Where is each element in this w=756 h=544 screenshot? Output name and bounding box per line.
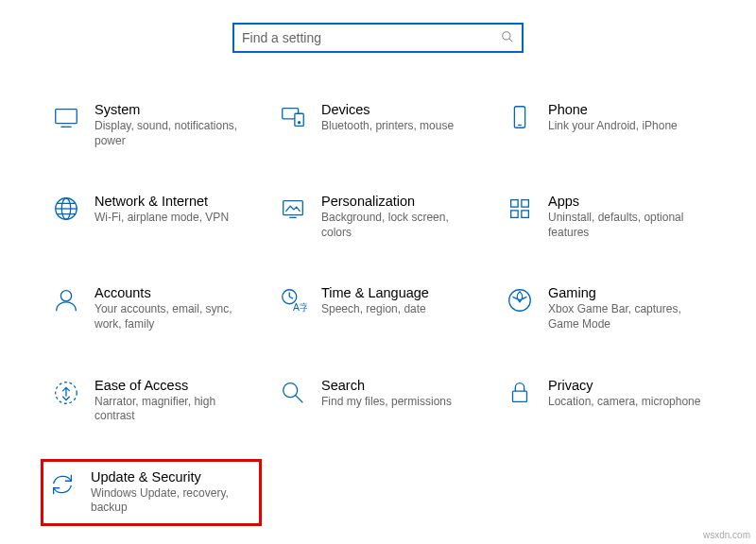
tile-privacy[interactable]: Privacy Location, camera, microphone bbox=[501, 374, 709, 428]
apps-icon bbox=[505, 194, 535, 224]
tile-desc: Xbox Game Bar, captures, Game Mode bbox=[548, 302, 705, 332]
tile-title: Search bbox=[321, 378, 478, 393]
tile-desc: Background, lock screen, colors bbox=[321, 211, 478, 240]
tile-title: Devices bbox=[321, 102, 478, 117]
tile-ease-of-access[interactable]: Ease of Access Narrator, magnifier, high… bbox=[47, 374, 255, 428]
privacy-icon bbox=[505, 378, 535, 408]
tile-devices[interactable]: Devices Bluetooth, printers, mouse bbox=[274, 98, 482, 152]
svg-line-23 bbox=[289, 298, 293, 299]
tile-accounts[interactable]: Accounts Your accounts, email, sync, wor… bbox=[47, 281, 255, 335]
search-category-icon bbox=[278, 378, 308, 408]
tile-title: System bbox=[94, 102, 251, 117]
tile-title: Phone bbox=[548, 102, 705, 117]
tile-title: Apps bbox=[548, 194, 705, 209]
tile-system[interactable]: System Display, sound, notifications, po… bbox=[47, 98, 255, 152]
tile-title: Time & Language bbox=[321, 285, 478, 300]
tile-desc: Bluetooth, printers, mouse bbox=[321, 119, 478, 134]
tile-personalization[interactable]: Personalization Background, lock screen,… bbox=[274, 190, 482, 244]
svg-point-6 bbox=[299, 122, 301, 124]
ease-of-access-icon bbox=[51, 378, 81, 408]
accounts-icon bbox=[51, 285, 81, 315]
network-icon bbox=[51, 194, 81, 224]
tile-desc: Wi-Fi, airplane mode, VPN bbox=[94, 211, 251, 226]
tile-search[interactable]: Search Find my files, permissions bbox=[274, 374, 482, 428]
settings-grid: System Display, sound, notifications, po… bbox=[47, 98, 709, 519]
svg-rect-14 bbox=[284, 201, 303, 215]
svg-rect-19 bbox=[522, 211, 529, 218]
tile-desc: Display, sound, notifications, power bbox=[94, 119, 251, 148]
time-language-icon: A字 bbox=[278, 285, 308, 315]
tile-title: Network & Internet bbox=[94, 194, 251, 209]
gaming-icon bbox=[505, 285, 535, 315]
tile-gaming[interactable]: Gaming Xbox Game Bar, captures, Game Mod… bbox=[501, 281, 709, 335]
tile-desc: Location, camera, microphone bbox=[548, 395, 705, 410]
search-input[interactable] bbox=[242, 30, 501, 45]
personalization-icon bbox=[278, 194, 308, 224]
svg-point-0 bbox=[503, 31, 510, 39]
tile-update-security[interactable]: Update & Security Windows Update, recove… bbox=[41, 459, 262, 526]
tile-desc: Your accounts, email, sync, work, family bbox=[94, 302, 251, 332]
tile-network[interactable]: Network & Internet Wi-Fi, airplane mode,… bbox=[47, 190, 255, 244]
svg-point-27 bbox=[284, 382, 298, 397]
tile-desc: Link your Android, iPhone bbox=[548, 119, 705, 134]
tile-time[interactable]: A字 Time & Language Speech, region, date bbox=[274, 281, 482, 335]
search-icon bbox=[501, 30, 514, 46]
tile-title: Ease of Access bbox=[94, 378, 251, 393]
svg-text:A字: A字 bbox=[293, 303, 307, 314]
svg-rect-18 bbox=[511, 211, 519, 218]
svg-rect-17 bbox=[522, 200, 529, 208]
devices-icon bbox=[278, 102, 308, 132]
tile-title: Gaming bbox=[548, 285, 705, 300]
tile-desc: Uninstall, defaults, optional features bbox=[548, 211, 705, 240]
tile-title: Personalization bbox=[321, 194, 478, 209]
update-security-icon bbox=[47, 469, 77, 500]
svg-point-20 bbox=[60, 291, 71, 301]
system-icon bbox=[51, 102, 81, 132]
tile-desc: Narrator, magnifier, high contrast bbox=[94, 395, 251, 424]
svg-rect-29 bbox=[513, 391, 527, 401]
phone-icon bbox=[505, 102, 535, 132]
svg-rect-2 bbox=[56, 110, 77, 124]
tile-desc: Speech, region, date bbox=[321, 302, 478, 317]
search-box[interactable] bbox=[232, 23, 524, 53]
tile-title: Privacy bbox=[548, 378, 705, 393]
svg-rect-16 bbox=[511, 200, 519, 208]
svg-line-28 bbox=[296, 395, 303, 402]
tile-title: Accounts bbox=[94, 285, 251, 300]
tile-phone[interactable]: Phone Link your Android, iPhone bbox=[501, 98, 709, 152]
watermark: wsxdn.com bbox=[703, 530, 750, 540]
tile-desc: Find my files, permissions bbox=[321, 395, 478, 410]
tile-desc: Windows Update, recovery, backup bbox=[91, 486, 255, 516]
svg-line-1 bbox=[509, 38, 513, 42]
svg-rect-5 bbox=[295, 113, 303, 126]
tile-title: Update & Security bbox=[91, 469, 255, 484]
tile-apps[interactable]: Apps Uninstall, defaults, optional featu… bbox=[501, 190, 709, 244]
